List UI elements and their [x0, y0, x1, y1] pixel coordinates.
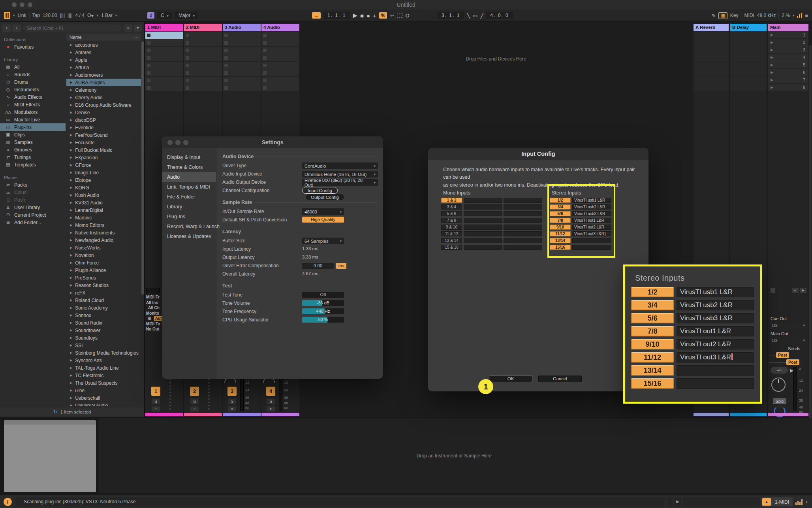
mono-input-toggle[interactable]: 3 & 4 — [441, 204, 462, 210]
clip-stop-button[interactable] — [147, 49, 150, 52]
mono-input-name-field[interactable] — [504, 231, 542, 236]
scene-slot[interactable]: ▶ 8 — [768, 84, 808, 91]
browser-list-item[interactable]: ▶ Momo Editors — [66, 221, 141, 229]
expander-icon[interactable]: ▶ — [70, 51, 72, 54]
clip-slot[interactable] — [223, 62, 261, 69]
clip-slot[interactable] — [145, 84, 183, 91]
clip-slot[interactable] — [261, 47, 299, 54]
scene-slot[interactable]: ▶ 2 — [768, 39, 808, 46]
device-view[interactable]: Drop an Instrument or Sample Here — [99, 418, 812, 493]
punch-in-icon[interactable]: ╲ — [467, 13, 470, 19]
sidebar-library-item[interactable]: ◫ Plug-Ins — [0, 123, 66, 131]
filter-icon[interactable]: ≡ — [124, 25, 132, 32]
main-out-dropdown[interactable]: 1/2▾ — [770, 337, 807, 344]
browser-list-item[interactable]: ▶ Synchro Arts — [66, 357, 141, 364]
loop-start-field[interactable]: 3. 1. 1 — [438, 12, 464, 19]
session-scrollbar[interactable] — [809, 45, 812, 437]
mono-input-name-field[interactable] — [464, 198, 502, 203]
sidebar-places-item[interactable]: ◻ Push — [0, 196, 66, 204]
browser-list-item[interactable]: ▶ Image-Line — [66, 169, 141, 176]
expander-icon[interactable]: ▶ — [70, 261, 72, 264]
expander-icon[interactable]: ▶ — [70, 306, 72, 310]
settings-nav-item[interactable]: Plug-Ins — [162, 212, 216, 221]
clip-stop-button[interactable] — [224, 49, 228, 52]
clip-slot[interactable] — [184, 84, 222, 91]
browser-list-item[interactable]: ▶ Ueberschall — [66, 394, 141, 402]
key-map-button[interactable]: Key — [730, 13, 739, 18]
browser-list-item[interactable]: ▶ accusonus — [66, 41, 141, 49]
browser-list-item[interactable]: ▶ Celemony — [66, 86, 141, 94]
browser-list-item[interactable]: ▶ LennarDigital — [66, 206, 141, 214]
browser-list-item[interactable]: ▶ PreSonus — [66, 274, 141, 281]
clip-slot[interactable] — [223, 77, 261, 84]
clip-stop-button[interactable] — [186, 34, 189, 37]
browser-list-item[interactable]: ▶ Sonnox — [66, 312, 141, 319]
stereo-input-toggle[interactable]: 7/8 — [631, 326, 674, 336]
clip-stop-button[interactable] — [186, 71, 189, 75]
loop-length-field[interactable]: 4. 0. 0 — [486, 12, 513, 19]
expander-icon[interactable]: ▶ — [70, 313, 72, 317]
expander-icon[interactable]: ▶ — [70, 66, 72, 69]
scene-play-icon[interactable]: ▶ — [771, 48, 773, 52]
key-signature-icon[interactable]: ♯ — [147, 12, 154, 19]
cue-out-dropdown[interactable]: 1/2▾ — [770, 322, 807, 329]
expander-icon[interactable]: ▶ — [70, 396, 72, 400]
expander-icon[interactable]: ▶ — [70, 336, 72, 340]
clip-slot[interactable] — [223, 39, 261, 46]
key-root-menu[interactable]: C ▾ — [157, 12, 172, 19]
expander-icon[interactable]: ▶ — [70, 238, 72, 242]
scene-play-icon[interactable]: ▶ — [771, 33, 773, 37]
search-input[interactable]: Search (Cmd + F) — [23, 25, 122, 32]
mono-input-name-field[interactable] — [464, 231, 502, 236]
clip-slot[interactable] — [145, 77, 183, 84]
tempo-follow-icon[interactable] — [4, 12, 10, 19]
computer-midi-keyboard-icon[interactable]: ▦ — [718, 12, 727, 19]
browser-list-item[interactable]: ▶ Focusrite — [66, 139, 141, 146]
mono-input-name-field[interactable] — [504, 238, 542, 243]
sidebar-library-item[interactable]: ▭ Max for Live — [0, 116, 66, 123]
solo-button[interactable]: S — [228, 398, 236, 404]
expander-icon[interactable]: ▶ — [70, 329, 72, 332]
arm-button[interactable]: ◔ — [152, 406, 160, 412]
clip-stop-button[interactable] — [263, 49, 267, 52]
tone-volume-slider[interactable]: -36 dB — [302, 300, 344, 306]
solo-button[interactable]: S — [152, 398, 160, 404]
sidebar-places-item[interactable]: ▱ Packs — [0, 181, 66, 189]
stereo-input-name-field[interactable]: VirusTI out1 L&R — [677, 326, 754, 336]
scene-slot[interactable]: ▶ 6 — [768, 69, 808, 76]
settings-nav-item[interactable]: Display & Input — [162, 152, 216, 162]
browser-list-item[interactable]: ▶ Roland Cloud — [66, 296, 141, 304]
stop-all-clips-button[interactable] — [771, 288, 775, 293]
new-button[interactable]: + — [373, 12, 376, 19]
chevron-down-icon[interactable]: ▾ — [806, 500, 808, 504]
clip-slot[interactable] — [261, 62, 299, 69]
stereo-input-name-field[interactable]: VirusTI out2 L&R — [677, 339, 754, 349]
clip-slot[interactable] — [145, 32, 183, 39]
clip-slot[interactable] — [223, 32, 261, 39]
expander-icon[interactable]: ▶ — [70, 389, 72, 392]
solo-button[interactable]: S — [190, 398, 199, 404]
scene-play-icon[interactable]: ▶ — [771, 55, 773, 59]
expander-icon[interactable]: ▶ — [70, 43, 72, 47]
chevron-down-icon[interactable]: ▾ — [13, 13, 15, 17]
expander-icon[interactable]: ▶ — [70, 374, 72, 377]
output-config-button[interactable]: Output Config — [305, 194, 344, 200]
list-header[interactable]: Name ⋯ — [66, 34, 141, 41]
track-header[interactable]: 3 Audio — [223, 24, 261, 31]
mono-input-name-field[interactable] — [504, 198, 542, 203]
return-slot[interactable] — [730, 69, 767, 76]
return-slot[interactable] — [694, 54, 729, 61]
return-slot[interactable] — [730, 47, 767, 54]
clip-slot[interactable] — [184, 47, 222, 54]
browser-list-item[interactable]: ▶ Kush Audio — [66, 191, 141, 199]
volume-field[interactable]: -∞ — [771, 367, 788, 374]
tone-frequency-slider[interactable]: 440 Hz — [302, 308, 344, 314]
main-track-header[interactable]: Main — [768, 24, 808, 31]
clip-slot[interactable] — [261, 54, 299, 61]
browser-list-item[interactable]: ▶ KV331 Audio — [66, 199, 141, 206]
clip-slot[interactable] — [223, 84, 261, 91]
return-track-header[interactable]: B Delay — [730, 24, 767, 31]
browser-list-item[interactable]: ▶ FeelYourSound — [66, 131, 141, 139]
loop-icon[interactable]: ▭ — [473, 13, 477, 19]
clip-slot[interactable] — [184, 39, 222, 46]
